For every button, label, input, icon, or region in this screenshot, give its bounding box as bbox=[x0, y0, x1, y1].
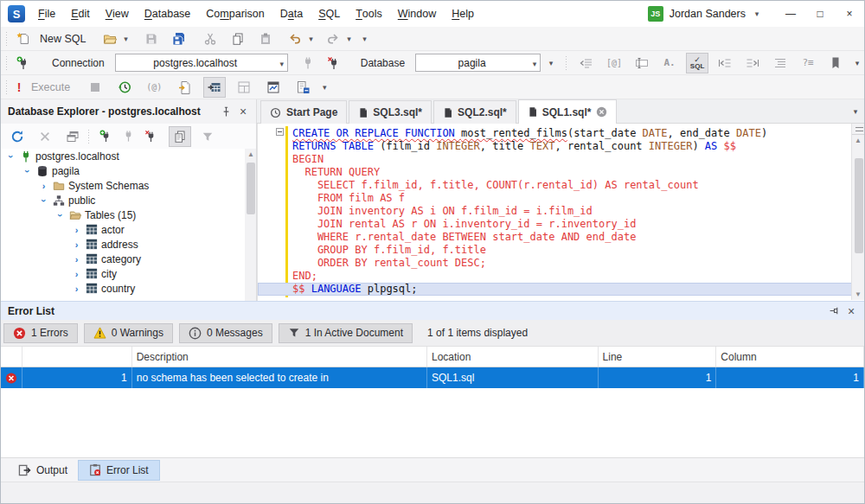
execution-history-icon[interactable] bbox=[113, 77, 136, 98]
menu-edit[interactable]: Edit bbox=[63, 1, 98, 27]
tree-item-city[interactable]: ›city bbox=[1, 266, 245, 281]
menu-comparison[interactable]: Comparison bbox=[198, 1, 272, 27]
toolbar-grip[interactable] bbox=[565, 56, 567, 70]
filter-0-warnings[interactable]: 0 Warnings bbox=[84, 323, 173, 343]
toolbar-grip[interactable] bbox=[5, 80, 8, 94]
code-line[interactable]: GROUP BY f.film_id, f.title bbox=[292, 244, 846, 257]
sql-editor[interactable]: CREATE OR REPLACE FUNCTION most_rented_f… bbox=[292, 127, 846, 296]
column-header-description[interactable]: Description bbox=[132, 347, 427, 367]
tab-sql1-sql[interactable]: SQL1.sql* bbox=[518, 99, 618, 124]
save-icon[interactable] bbox=[140, 29, 163, 49]
code-line[interactable]: FROM film AS f bbox=[292, 192, 846, 205]
execute-button[interactable]: Execute bbox=[26, 81, 75, 93]
toggle-comment-icon[interactable] bbox=[575, 53, 598, 73]
database-select-caret-icon[interactable] bbox=[529, 54, 540, 74]
disconnect-icon[interactable] bbox=[323, 53, 345, 73]
toolbar-overflow-caret-icon[interactable] bbox=[360, 29, 370, 49]
menu-sql[interactable]: SQL bbox=[311, 1, 348, 27]
tab-close-icon[interactable] bbox=[596, 106, 607, 118]
menu-tools[interactable]: Tools bbox=[348, 1, 390, 27]
tree-chevron-icon[interactable]: › bbox=[6, 151, 16, 161]
format-selection-icon[interactable]: ?≡ bbox=[797, 53, 819, 73]
error-row[interactable]: 1no schema has been selected to create i… bbox=[1, 367, 864, 388]
query-profiler-icon[interactable] bbox=[292, 77, 314, 98]
editor-scrollbar[interactable]: ▲ ▼ bbox=[851, 124, 865, 300]
explorer-scrollbar[interactable]: ▲ bbox=[245, 149, 257, 301]
code-line[interactable]: JOIN inventory AS i ON f.film_id = i.fil… bbox=[292, 205, 846, 218]
tree-item-tables-15[interactable]: ›Tables (15) bbox=[1, 207, 245, 222]
column-header-blank[interactable] bbox=[22, 347, 132, 367]
filter-0-messages[interactable]: 0 Messages bbox=[179, 323, 272, 343]
code-line[interactable]: JOIN rental AS r ON i.inventory_id = r.i… bbox=[292, 218, 846, 231]
column-header-line[interactable]: Line bbox=[599, 347, 717, 367]
cascade-windows-icon[interactable] bbox=[61, 126, 84, 147]
tree-item-address[interactable]: ›address bbox=[1, 237, 245, 252]
scroll-up-icon[interactable]: ▲ bbox=[852, 135, 864, 146]
new-connection-icon[interactable] bbox=[12, 53, 35, 73]
menu-data[interactable]: Data bbox=[272, 1, 311, 27]
column-header-blank[interactable] bbox=[1, 347, 22, 367]
tree-item-country[interactable]: ›country bbox=[1, 281, 245, 296]
tab-sql2-sql[interactable]: SQL2.sql* bbox=[433, 100, 516, 124]
filter-1-in-active-document[interactable]: 1 In Active Document bbox=[279, 323, 413, 343]
open-file-icon[interactable] bbox=[99, 29, 121, 49]
tree-chevron-icon[interactable]: › bbox=[72, 225, 81, 235]
tree-chevron-icon[interactable]: › bbox=[72, 269, 81, 279]
query-builder-icon[interactable] bbox=[262, 77, 285, 98]
scroll-down-icon[interactable]: ▼ bbox=[852, 289, 864, 300]
tree-item-actor[interactable]: ›actor bbox=[1, 222, 245, 237]
tree-item-postgres-localhost[interactable]: ›postgres.localhost bbox=[1, 149, 245, 163]
tab-overflow-caret-icon[interactable] bbox=[850, 101, 861, 122]
new-sql-button[interactable]: New SQL bbox=[35, 33, 92, 45]
error-list-close-icon[interactable] bbox=[843, 303, 859, 319]
menu-help[interactable]: Help bbox=[444, 1, 482, 27]
tree-chevron-icon[interactable]: › bbox=[55, 210, 66, 220]
format-document-icon[interactable] bbox=[769, 53, 791, 73]
menu-view[interactable]: View bbox=[98, 1, 137, 27]
copy-icon[interactable] bbox=[227, 29, 249, 49]
undo-icon[interactable] bbox=[284, 29, 306, 49]
code-line[interactable]: RETURNS TABLE (film_id INTEGER, title TE… bbox=[292, 140, 846, 153]
code-line[interactable]: $$ LANGUAGE plpgsql; bbox=[258, 283, 865, 296]
rename-identifier-icon[interactable] bbox=[631, 53, 653, 73]
tree-chevron-icon[interactable]: › bbox=[22, 166, 33, 175]
filter-1-errors[interactable]: 1 Errors bbox=[3, 323, 78, 343]
tree-item-category[interactable]: ›category bbox=[1, 252, 245, 266]
format-toolbar-caret-icon[interactable] bbox=[852, 53, 862, 73]
toolbar-grip[interactable] bbox=[5, 32, 8, 46]
tab-start-page[interactable]: Start Page bbox=[260, 100, 347, 124]
scrollbar-thumb[interactable] bbox=[247, 163, 255, 214]
toolbar-grip[interactable] bbox=[5, 56, 8, 70]
duplicate-object-icon[interactable] bbox=[169, 126, 191, 147]
paste-icon[interactable] bbox=[254, 29, 277, 49]
menu-file[interactable]: File bbox=[30, 1, 63, 27]
refresh-icon[interactable] bbox=[6, 126, 29, 147]
tree-item-public[interactable]: ›public bbox=[1, 193, 245, 207]
bottom-tab-output[interactable]: Output bbox=[8, 460, 78, 481]
column-header-column[interactable]: Column bbox=[716, 347, 864, 367]
tree-chevron-icon[interactable]: › bbox=[72, 284, 81, 294]
maximize-button[interactable]: □ bbox=[805, 1, 835, 27]
tree-chevron-icon[interactable]: › bbox=[72, 239, 81, 250]
database-select[interactable]: pagila bbox=[415, 54, 541, 72]
tree-item-system-schemas[interactable]: ›System Schemas bbox=[1, 178, 245, 193]
tree-chevron-icon[interactable]: › bbox=[39, 181, 48, 191]
connect-icon[interactable] bbox=[297, 53, 319, 73]
database-toolbar-caret-icon[interactable] bbox=[546, 53, 556, 73]
pin-icon[interactable] bbox=[216, 101, 235, 122]
scrollbar-thumb[interactable] bbox=[855, 158, 863, 253]
menu-window[interactable]: Window bbox=[390, 1, 444, 27]
code-line[interactable]: ORDER BY rental_count DESC; bbox=[292, 257, 846, 270]
code-line[interactable]: CREATE OR REPLACE FUNCTION most_rented_f… bbox=[292, 127, 846, 140]
explorer-new-connection-icon[interactable] bbox=[94, 126, 117, 147]
export-to-file-icon[interactable] bbox=[174, 77, 196, 98]
explorer-close-icon[interactable] bbox=[235, 104, 251, 119]
code-line[interactable]: BEGIN bbox=[292, 153, 846, 166]
code-line[interactable]: SELECT f.film_id, f.title, COUNT(r.renta… bbox=[292, 179, 846, 192]
close-button[interactable]: × bbox=[835, 1, 864, 27]
code-line[interactable]: END; bbox=[292, 270, 846, 283]
user-menu[interactable]: JS Jordan Sanders bbox=[648, 1, 762, 27]
tree-chevron-icon[interactable]: › bbox=[72, 254, 81, 265]
format-sql-icon[interactable]: ✓SQL bbox=[686, 53, 708, 73]
pin-icon[interactable] bbox=[824, 301, 843, 322]
